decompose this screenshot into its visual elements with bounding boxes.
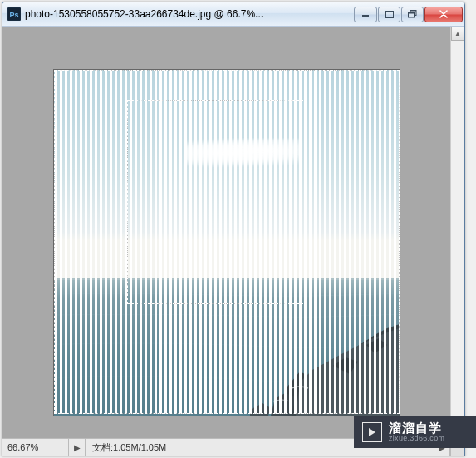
svg-text:Ps: Ps bbox=[9, 11, 18, 19]
restore-button[interactable] bbox=[401, 7, 424, 22]
titlebar[interactable]: Ps photo-1530558055752-33aa266734de.jpg … bbox=[2, 2, 464, 27]
svg-rect-5 bbox=[385, 11, 394, 12]
image-cloud bbox=[185, 139, 302, 168]
close-button[interactable] bbox=[424, 7, 463, 22]
canvas[interactable] bbox=[54, 70, 400, 416]
doc-size: 1.05M/1.05M bbox=[113, 442, 166, 452]
zoom-level[interactable]: 66.67% bbox=[2, 439, 69, 456]
vertical-scrollbar[interactable]: ▲ ▼ bbox=[450, 27, 464, 438]
scroll-up-button[interactable]: ▲ bbox=[451, 27, 464, 41]
app-icon: Ps bbox=[7, 7, 21, 21]
app-window: Ps photo-1530558055752-33aa266734de.jpg … bbox=[2, 2, 465, 456]
svg-rect-9 bbox=[408, 12, 415, 14]
window-title: photo-1530558055752-33aa266734de.jpg @ 6… bbox=[25, 8, 354, 20]
svg-rect-7 bbox=[410, 10, 416, 12]
play-icon bbox=[362, 422, 382, 442]
svg-rect-10 bbox=[54, 278, 400, 280]
image-sky bbox=[54, 70, 400, 278]
watermark-brand: 溜溜自学 bbox=[389, 421, 444, 436]
doc-label: 文档: bbox=[92, 442, 113, 452]
watermark-url: zixue.3d66.com bbox=[389, 435, 444, 443]
minimize-button[interactable] bbox=[354, 7, 377, 22]
scroll-track[interactable] bbox=[451, 41, 464, 424]
svg-rect-3 bbox=[362, 15, 369, 17]
image-rocks bbox=[250, 320, 400, 416]
status-menu-icon[interactable]: ▶ bbox=[69, 439, 86, 456]
window-controls bbox=[354, 7, 463, 22]
maximize-button[interactable] bbox=[378, 7, 400, 22]
document-area[interactable]: ▲ ▼ bbox=[2, 27, 464, 438]
watermark: 溜溜自学 zixue.3d66.com bbox=[354, 416, 476, 448]
